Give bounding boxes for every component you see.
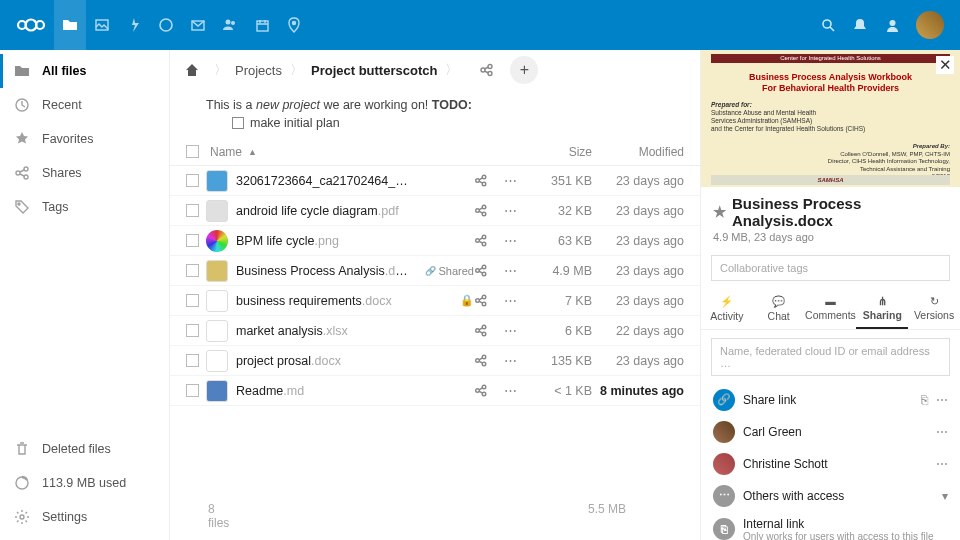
notifications-icon[interactable] bbox=[844, 0, 876, 50]
search-icon[interactable] bbox=[812, 0, 844, 50]
contacts-menu-icon[interactable] bbox=[876, 0, 908, 50]
row-checkbox[interactable] bbox=[186, 324, 199, 337]
svg-rect-8 bbox=[257, 21, 268, 31]
sidebar-item-deleted[interactable]: Deleted files bbox=[0, 432, 169, 466]
row-checkbox[interactable] bbox=[186, 384, 199, 397]
app-activity-icon[interactable] bbox=[118, 0, 150, 50]
more-icon[interactable]: ⋯ bbox=[498, 353, 522, 368]
share-icon[interactable] bbox=[474, 384, 498, 397]
file-row[interactable]: Readme.md ⋯ < 1 KB 8 minutes ago bbox=[170, 376, 700, 406]
app-talk-icon[interactable] bbox=[150, 0, 182, 50]
svg-point-13 bbox=[16, 171, 20, 175]
tab-activity[interactable]: ⚡Activity bbox=[701, 289, 753, 329]
file-icon bbox=[206, 200, 228, 222]
file-row[interactable]: 32061723664_ca21702464_o.jpg ⋯ 351 KB 23… bbox=[170, 166, 700, 196]
more-icon[interactable]: ⋯ bbox=[498, 173, 522, 188]
more-icon[interactable]: ⋯ bbox=[936, 393, 948, 407]
file-modified: 23 days ago bbox=[592, 354, 692, 368]
chevron-down-icon[interactable]: ▾ bbox=[942, 489, 948, 503]
file-name[interactable]: business requirements.docx bbox=[236, 294, 414, 308]
star-icon[interactable]: ★ bbox=[713, 203, 726, 221]
home-icon[interactable] bbox=[178, 63, 206, 77]
file-row[interactable]: business requirements.docx 🔒 ⋯ 7 KB 23 d… bbox=[170, 286, 700, 316]
more-icon[interactable]: ⋯ bbox=[936, 457, 948, 471]
file-size: 7 KB bbox=[522, 294, 592, 308]
file-row[interactable]: BPM life cycle.png ⋯ 63 KB 23 days ago bbox=[170, 226, 700, 256]
row-checkbox[interactable] bbox=[186, 264, 199, 277]
tab-comments[interactable]: ▬Comments bbox=[805, 289, 857, 329]
share-icon[interactable] bbox=[474, 234, 498, 247]
file-name[interactable]: 32061723664_ca21702464_o.jpg bbox=[236, 174, 414, 188]
sidebar-item-all-files[interactable]: All files bbox=[0, 54, 169, 88]
share-icon[interactable] bbox=[474, 264, 498, 277]
share-link-row[interactable]: 🔗 Share link ⎘ ⋯ bbox=[701, 384, 960, 416]
share-icon[interactable] bbox=[474, 174, 498, 187]
file-row[interactable]: market analysis.xlsx ⋯ 6 KB 22 days ago bbox=[170, 316, 700, 346]
file-name[interactable]: project prosal.docx bbox=[236, 354, 414, 368]
tab-versions[interactable]: ↻Versions bbox=[908, 289, 960, 329]
file-name[interactable]: BPM life cycle.png bbox=[236, 234, 414, 248]
app-contacts-icon[interactable] bbox=[214, 0, 246, 50]
details-title: ★ Business Process Analysis.docx bbox=[701, 187, 960, 231]
select-all-checkbox[interactable] bbox=[186, 145, 199, 158]
row-checkbox[interactable] bbox=[186, 234, 199, 247]
file-row[interactable]: project prosal.docx ⋯ 135 KB 23 days ago bbox=[170, 346, 700, 376]
share-icon[interactable] bbox=[474, 204, 498, 217]
row-checkbox[interactable] bbox=[186, 354, 199, 367]
share-icon[interactable] bbox=[474, 294, 498, 307]
more-icon[interactable]: ⋯ bbox=[498, 383, 522, 398]
row-checkbox[interactable] bbox=[186, 174, 199, 187]
sidebar-item-recent[interactable]: Recent bbox=[0, 88, 169, 122]
internal-link-row[interactable]: ⎘ Internal linkOnly works for users with… bbox=[701, 512, 960, 541]
app-files-icon[interactable] bbox=[54, 0, 86, 50]
sidebar-item-favorites[interactable]: Favorites bbox=[0, 122, 169, 156]
share-input[interactable]: Name, federated cloud ID or email addres… bbox=[711, 338, 950, 376]
app-photos-icon[interactable] bbox=[86, 0, 118, 50]
file-size: 135 KB bbox=[522, 354, 592, 368]
file-row[interactable]: Business Process Analysis.docx 🔗 Shared … bbox=[170, 256, 700, 286]
file-name[interactable]: market analysis.xlsx bbox=[236, 324, 414, 338]
details-subtitle: 4.9 MB, 23 days ago bbox=[701, 231, 960, 251]
breadcrumb-projects[interactable]: Projects bbox=[235, 63, 282, 78]
more-icon[interactable]: ⋯ bbox=[498, 263, 522, 278]
more-icon[interactable]: ⋯ bbox=[936, 425, 948, 439]
share-folder-icon[interactable] bbox=[472, 56, 500, 84]
file-row[interactable]: android life cycle diagram.pdf ⋯ 32 KB 2… bbox=[170, 196, 700, 226]
svg-point-6 bbox=[226, 20, 231, 25]
tab-chat[interactable]: 💬Chat bbox=[753, 289, 805, 329]
tags-input[interactable]: Collaborative tags bbox=[711, 255, 950, 281]
sidebar-item-settings[interactable]: Settings bbox=[0, 500, 169, 534]
file-icon bbox=[206, 230, 228, 252]
new-button[interactable]: + bbox=[510, 56, 538, 84]
file-icon bbox=[206, 260, 228, 282]
app-logo[interactable] bbox=[14, 8, 48, 42]
svg-point-4 bbox=[160, 19, 172, 31]
file-name[interactable]: Readme.md bbox=[236, 384, 414, 398]
tab-sharing[interactable]: ⋔Sharing bbox=[856, 289, 908, 329]
others-access-row[interactable]: ⋯ Others with access ▾ bbox=[701, 480, 960, 512]
row-checkbox[interactable] bbox=[186, 204, 199, 217]
details-tabs: ⚡Activity 💬Chat ▬Comments ⋔Sharing ↻Vers… bbox=[701, 289, 960, 330]
close-icon[interactable]: ✕ bbox=[936, 56, 954, 74]
user-avatar[interactable] bbox=[916, 11, 944, 39]
clipboard-icon[interactable]: ⎘ bbox=[921, 393, 928, 407]
sidebar-item-tags[interactable]: Tags bbox=[0, 190, 169, 224]
sort-by-size[interactable]: Size bbox=[522, 145, 592, 159]
more-icon[interactable]: ⋯ bbox=[498, 293, 522, 308]
sort-by-modified[interactable]: Modified bbox=[592, 145, 692, 159]
content-area: 〉 Projects 〉 Project butterscotch 〉 + Th… bbox=[170, 50, 700, 540]
file-name[interactable]: android life cycle diagram.pdf bbox=[236, 204, 414, 218]
sidebar-item-shares[interactable]: Shares bbox=[0, 156, 169, 190]
file-name[interactable]: Business Process Analysis.docx bbox=[236, 264, 414, 278]
more-icon[interactable]: ⋯ bbox=[498, 203, 522, 218]
share-icon[interactable] bbox=[474, 354, 498, 367]
app-mail-icon[interactable] bbox=[182, 0, 214, 50]
app-calendar-icon[interactable] bbox=[246, 0, 278, 50]
row-checkbox[interactable] bbox=[186, 294, 199, 307]
app-maps-icon[interactable] bbox=[278, 0, 310, 50]
share-icon[interactable] bbox=[474, 324, 498, 337]
task-checkbox[interactable] bbox=[232, 117, 244, 129]
sort-by-name[interactable]: Name▲ bbox=[206, 145, 414, 159]
more-icon[interactable]: ⋯ bbox=[498, 323, 522, 338]
more-icon[interactable]: ⋯ bbox=[498, 233, 522, 248]
